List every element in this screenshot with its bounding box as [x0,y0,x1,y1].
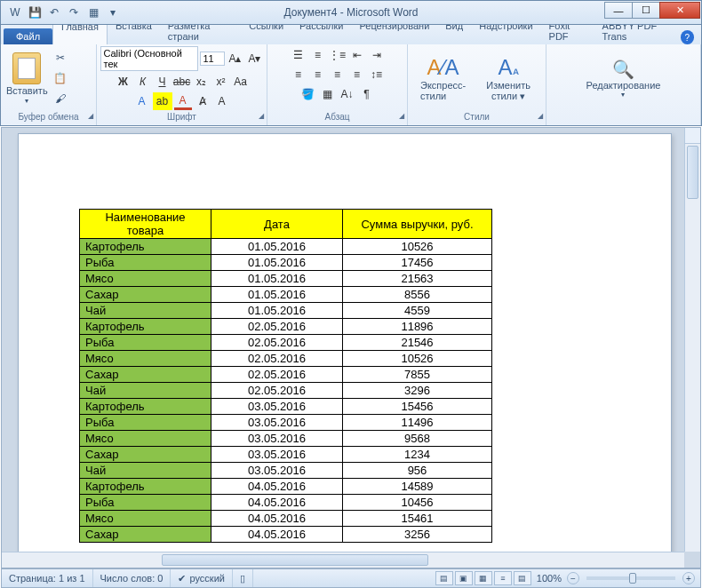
editing-button[interactable]: 🔍 Редактирование ▾ [579,55,668,102]
document-table[interactable]: Наименование товараДатаСумма выручки, ру… [79,209,492,543]
table-cell[interactable]: 04.05.2016 [211,527,343,543]
zoom-in-button[interactable]: + [682,572,695,584]
highlight-button[interactable]: ab [153,92,172,110]
table-cell[interactable]: Рыба [80,255,211,271]
view-outline-button[interactable]: ≡ [494,571,512,585]
justify-button[interactable]: ≡ [348,66,366,83]
help-icon[interactable]: ? [681,30,694,44]
change-styles-button[interactable]: Aᴀ Изменить стили ▾ [476,52,540,105]
table-cell[interactable]: 21563 [343,271,492,287]
numbering-button[interactable]: ≡ [309,46,327,64]
underline-button[interactable]: Ч [154,73,172,91]
table-row[interactable]: Сахар02.05.20167855 [80,367,492,383]
table-cell[interactable]: 956 [343,463,492,479]
status-language[interactable]: ✔русский [171,569,232,587]
zoom-slider-thumb[interactable] [629,573,636,584]
table-cell[interactable]: Чай [80,463,211,479]
table-row[interactable]: Чай02.05.20163296 [80,383,492,399]
file-tab[interactable]: Файл [4,28,52,44]
table-row[interactable]: Рыба02.05.201621546 [80,335,492,351]
table-header[interactable]: Дата [211,210,343,239]
font-dialog-launcher[interactable]: ◢ [259,112,264,120]
font-size-select[interactable]: 11 [200,52,225,66]
subscript-button[interactable]: x₂ [193,73,211,91]
page[interactable]: Наименование товараДатаСумма выручки, ру… [18,133,672,568]
zoom-level[interactable]: 100% [537,573,562,584]
table-cell[interactable]: Рыба [80,495,211,511]
table-row[interactable]: Рыба01.05.201617456 [80,255,492,271]
table-cell[interactable]: 02.05.2016 [211,319,343,335]
table-cell[interactable]: 02.05.2016 [211,351,343,367]
grow-font-button[interactable]: A▴ [227,50,244,68]
table-row[interactable]: Сахар04.05.20163256 [80,527,492,543]
table-row[interactable]: Картофель04.05.201614589 [80,479,492,495]
horizontal-scroll-thumb[interactable] [162,554,428,566]
table-cell[interactable]: Сахар [80,287,211,303]
table-cell[interactable]: 9568 [343,431,492,447]
clear-formatting-button[interactable]: A̷ [194,92,211,110]
table-cell[interactable]: 8556 [343,287,492,303]
paste-icon[interactable] [12,52,41,84]
align-right-button[interactable]: ≡ [329,66,347,83]
table-cell[interactable]: Чай [80,383,211,399]
word-icon[interactable]: W [6,4,24,21]
table-row[interactable]: Сахар03.05.20161234 [80,447,492,463]
increase-indent-button[interactable]: ⇥ [368,46,386,64]
table-cell[interactable]: 04.05.2016 [211,511,343,527]
styles-dialog-launcher[interactable]: ◢ [538,112,543,120]
table-cell[interactable]: 03.05.2016 [211,415,343,431]
paragraph-dialog-launcher[interactable]: ◢ [399,112,404,120]
zoom-out-button[interactable]: − [567,572,579,584]
table-cell[interactable]: Сахар [80,527,211,543]
table-cell[interactable]: 02.05.2016 [211,383,343,399]
format-painter-button[interactable]: 🖌 [52,90,69,107]
status-words[interactable]: Число слов: 0 [93,569,172,587]
undo-button[interactable]: ↶ [45,4,63,21]
ruler-toggle[interactable] [684,128,700,144]
table-cell[interactable]: Картофель [80,319,211,335]
strikethrough-button[interactable]: abc [173,73,191,91]
table-cell[interactable]: 04.05.2016 [211,479,343,495]
table-row[interactable]: Рыба03.05.201611496 [80,415,492,431]
font-color-button[interactable]: A [174,92,192,110]
table-cell[interactable]: Мясо [80,431,211,447]
table-cell[interactable]: 11896 [343,319,492,335]
table-cell[interactable]: Картофель [80,479,211,495]
table-row[interactable]: Мясо04.05.201615461 [80,511,492,527]
table-row[interactable]: Мясо02.05.201610526 [80,351,492,367]
table-cell[interactable]: 03.05.2016 [211,431,343,447]
table-row[interactable]: Картофель01.05.201610526 [80,239,492,255]
view-print-layout-button[interactable]: ▤ [435,571,453,585]
clipboard-dialog-launcher[interactable]: ◢ [88,112,93,120]
table-cell[interactable]: 01.05.2016 [211,239,343,255]
table-cell[interactable]: Сахар [80,367,211,383]
table-cell[interactable]: 10526 [343,239,492,255]
table-cell[interactable]: 03.05.2016 [211,463,343,479]
table-cell[interactable]: Рыба [80,335,211,351]
table-row[interactable]: Картофель03.05.201615456 [80,399,492,415]
table-cell[interactable]: 01.05.2016 [211,255,343,271]
align-left-button[interactable]: ≡ [290,66,307,83]
table-cell[interactable]: 02.05.2016 [211,367,343,383]
table-cell[interactable]: Чай [80,303,211,319]
table-cell[interactable]: 03.05.2016 [211,399,343,415]
sort-button[interactable]: A↓ [339,85,356,103]
redo-button[interactable]: ↷ [65,4,83,21]
table-cell[interactable]: 03.05.2016 [211,447,343,463]
table-cell[interactable]: 11496 [343,415,492,431]
table-cell[interactable]: Сахар [80,447,211,463]
table-cell[interactable]: 21546 [343,335,492,351]
text-effects-button[interactable]: A [133,92,151,110]
table-cell[interactable]: 1234 [343,447,492,463]
table-cell[interactable]: 15456 [343,399,492,415]
line-spacing-button[interactable]: ↕≡ [368,66,386,83]
view-fullscreen-button[interactable]: ▣ [455,571,473,585]
decrease-indent-button[interactable]: ⇤ [348,46,366,64]
table-cell[interactable]: 3296 [343,383,492,399]
table-cell[interactable]: 10526 [343,351,492,367]
paste-dropdown-icon[interactable]: ▾ [25,97,28,105]
table-cell[interactable]: 17456 [343,255,492,271]
view-draft-button[interactable]: ▤ [514,571,531,585]
table-row[interactable]: Мясо01.05.201621563 [80,271,492,287]
character-border-button[interactable]: A [213,92,231,110]
